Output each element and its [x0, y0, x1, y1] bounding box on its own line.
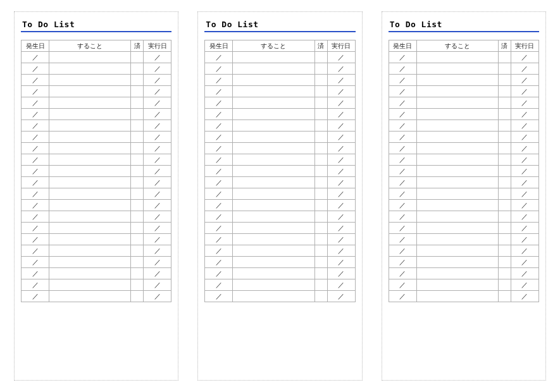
cell-task[interactable]: [233, 291, 314, 302]
cell-start-date[interactable]: ／: [205, 268, 233, 279]
cell-start-date[interactable]: ／: [205, 154, 233, 166]
cell-task[interactable]: [416, 52, 498, 63]
cell-done[interactable]: [498, 188, 511, 200]
cell-done[interactable]: [498, 132, 511, 143]
cell-done[interactable]: [131, 234, 144, 245]
cell-done[interactable]: [314, 200, 327, 211]
cell-done[interactable]: [314, 143, 327, 154]
cell-start-date[interactable]: ／: [205, 188, 233, 200]
cell-done[interactable]: [498, 154, 511, 166]
cell-start-date[interactable]: ／: [22, 63, 49, 75]
cell-task[interactable]: [49, 245, 131, 257]
cell-task[interactable]: [49, 279, 131, 291]
cell-done[interactable]: [314, 279, 327, 291]
cell-task[interactable]: [233, 257, 314, 268]
cell-exec-date[interactable]: ／: [327, 132, 355, 143]
cell-exec-date[interactable]: ／: [511, 109, 538, 120]
cell-start-date[interactable]: ／: [22, 268, 49, 279]
cell-task[interactable]: [416, 143, 498, 154]
cell-done[interactable]: [131, 257, 144, 268]
cell-done[interactable]: [498, 75, 511, 86]
cell-exec-date[interactable]: ／: [327, 63, 355, 75]
cell-start-date[interactable]: ／: [22, 166, 49, 177]
cell-exec-date[interactable]: ／: [327, 211, 355, 223]
cell-done[interactable]: [314, 166, 327, 177]
cell-exec-date[interactable]: ／: [327, 75, 355, 86]
cell-task[interactable]: [416, 245, 498, 257]
cell-exec-date[interactable]: ／: [327, 120, 355, 132]
cell-task[interactable]: [49, 143, 131, 154]
cell-start-date[interactable]: ／: [389, 166, 416, 177]
cell-start-date[interactable]: ／: [389, 279, 416, 291]
cell-start-date[interactable]: ／: [22, 291, 49, 302]
cell-start-date[interactable]: ／: [22, 120, 49, 132]
cell-done[interactable]: [131, 268, 144, 279]
cell-exec-date[interactable]: ／: [144, 97, 171, 109]
cell-start-date[interactable]: ／: [389, 245, 416, 257]
cell-done[interactable]: [314, 291, 327, 302]
cell-task[interactable]: [49, 120, 131, 132]
cell-task[interactable]: [233, 188, 314, 200]
cell-exec-date[interactable]: ／: [144, 188, 171, 200]
cell-start-date[interactable]: ／: [205, 279, 233, 291]
cell-done[interactable]: [314, 132, 327, 143]
cell-task[interactable]: [49, 109, 131, 120]
cell-start-date[interactable]: ／: [389, 143, 416, 154]
cell-task[interactable]: [416, 86, 498, 97]
cell-task[interactable]: [233, 166, 314, 177]
cell-task[interactable]: [416, 177, 498, 188]
cell-exec-date[interactable]: ／: [327, 166, 355, 177]
cell-start-date[interactable]: ／: [22, 154, 49, 166]
cell-task[interactable]: [233, 109, 314, 120]
cell-done[interactable]: [498, 52, 511, 63]
cell-exec-date[interactable]: ／: [327, 97, 355, 109]
cell-task[interactable]: [233, 63, 314, 75]
cell-start-date[interactable]: ／: [22, 200, 49, 211]
cell-start-date[interactable]: ／: [205, 75, 233, 86]
cell-start-date[interactable]: ／: [389, 223, 416, 234]
cell-task[interactable]: [416, 234, 498, 245]
cell-exec-date[interactable]: ／: [144, 177, 171, 188]
cell-start-date[interactable]: ／: [205, 200, 233, 211]
cell-task[interactable]: [233, 234, 314, 245]
cell-exec-date[interactable]: ／: [511, 120, 538, 132]
cell-exec-date[interactable]: ／: [327, 109, 355, 120]
cell-exec-date[interactable]: ／: [144, 154, 171, 166]
cell-task[interactable]: [49, 75, 131, 86]
cell-start-date[interactable]: ／: [22, 143, 49, 154]
cell-task[interactable]: [49, 166, 131, 177]
cell-done[interactable]: [131, 200, 144, 211]
cell-exec-date[interactable]: ／: [327, 291, 355, 302]
cell-task[interactable]: [233, 154, 314, 166]
cell-start-date[interactable]: ／: [389, 291, 416, 302]
cell-done[interactable]: [131, 75, 144, 86]
cell-start-date[interactable]: ／: [205, 166, 233, 177]
cell-done[interactable]: [131, 223, 144, 234]
cell-done[interactable]: [131, 291, 144, 302]
cell-start-date[interactable]: ／: [389, 63, 416, 75]
cell-start-date[interactable]: ／: [389, 52, 416, 63]
cell-done[interactable]: [314, 52, 327, 63]
cell-task[interactable]: [416, 200, 498, 211]
cell-done[interactable]: [314, 86, 327, 97]
cell-task[interactable]: [233, 52, 314, 63]
cell-done[interactable]: [314, 63, 327, 75]
cell-start-date[interactable]: ／: [389, 211, 416, 223]
cell-exec-date[interactable]: ／: [144, 268, 171, 279]
cell-exec-date[interactable]: ／: [144, 143, 171, 154]
cell-done[interactable]: [498, 177, 511, 188]
cell-task[interactable]: [49, 97, 131, 109]
cell-done[interactable]: [314, 257, 327, 268]
cell-exec-date[interactable]: ／: [511, 257, 538, 268]
cell-done[interactable]: [498, 268, 511, 279]
cell-exec-date[interactable]: ／: [511, 279, 538, 291]
cell-done[interactable]: [498, 279, 511, 291]
cell-start-date[interactable]: ／: [389, 132, 416, 143]
cell-done[interactable]: [314, 97, 327, 109]
cell-exec-date[interactable]: ／: [511, 200, 538, 211]
cell-exec-date[interactable]: ／: [144, 223, 171, 234]
cell-task[interactable]: [49, 177, 131, 188]
cell-task[interactable]: [49, 211, 131, 223]
cell-exec-date[interactable]: ／: [327, 52, 355, 63]
cell-task[interactable]: [233, 279, 314, 291]
